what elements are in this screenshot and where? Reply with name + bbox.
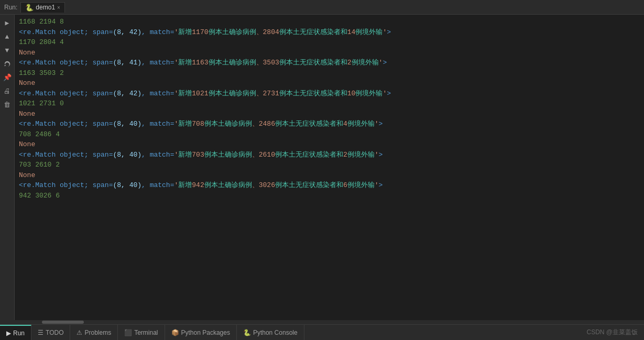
run-label: Run: [4,4,17,11]
csdn-watermark: CSDN @韭菜盖饭 [586,328,644,337]
run-bar: Run: 🐍 demo1 × [0,0,644,15]
print-button[interactable]: 🖨 [2,86,13,96]
output-line: <re.Match object; span=(8, 42), match='新… [15,27,644,38]
output-line: None [15,170,644,181]
output-line: 1163 3503 2 [15,68,644,79]
scroll-down-button[interactable]: ▼ [2,45,13,56]
output-line: <re.Match object; span=(8, 41), match='新… [15,58,644,68]
tab-terminal[interactable]: ⬛Terminal [118,325,165,340]
terminal-tab-label: Terminal [134,329,158,336]
run-tab-icon: ▶ [6,330,11,337]
problems-tab-label: Problems [84,329,111,336]
tab-run[interactable]: ▶Run [0,325,31,340]
python-packages-tab-icon: 📦 [171,329,179,336]
close-tab-button[interactable]: × [57,5,60,10]
run-tab-label: Run [13,330,25,337]
main-area: ▶ ▲ ▼ 📌 🖨 🗑 1168 2194 8<re.Match object;… [0,15,644,320]
rerun-icon [4,60,11,68]
output-line: <re.Match object; span=(8, 40), match='新… [15,119,644,129]
python-packages-tab-label: Python Packages [181,329,230,336]
delete-button[interactable]: 🗑 [2,100,13,110]
left-toolbar: ▶ ▲ ▼ 📌 🖨 🗑 [0,15,15,320]
scroll-thumb[interactable] [42,321,84,324]
run-tab[interactable]: 🐍 demo1 × [20,2,65,13]
tab-todo[interactable]: ☰TODO [31,325,70,340]
rerun-button[interactable] [2,59,13,69]
python-console-tab-label: Python Console [253,329,298,336]
python-console-tab-icon: 🐍 [243,329,251,336]
output-line: 708 2486 4 [15,129,644,140]
snake-icon: 🐍 [25,4,34,12]
output-line: <re.Match object; span=(8, 40), match='新… [15,150,644,160]
bottom-tabs: ▶Run☰TODO⚠Problems⬛Terminal📦Python Packa… [0,325,304,340]
play-button[interactable]: ▶ [2,18,13,28]
todo-tab-label: TODO [46,329,63,336]
output-line: None [15,78,644,89]
output-line: 1021 2731 0 [15,98,644,109]
terminal-tab-icon: ⬛ [124,329,132,336]
tab-python-console[interactable]: 🐍Python Console [237,325,304,340]
output-line: <re.Match object; span=(8, 42), match='新… [15,89,644,99]
problems-tab-icon: ⚠ [77,329,82,336]
todo-tab-icon: ☰ [38,329,43,336]
scroll-up-button[interactable]: ▲ [2,31,13,42]
run-tab-name: demo1 [36,4,55,11]
output-line: 1168 2194 8 [15,17,644,27]
output-area[interactable]: 1168 2194 8<re.Match object; span=(8, 42… [15,15,644,320]
output-line: 1170 2804 4 [15,37,644,48]
scroll-indicator[interactable] [0,320,644,324]
bottom-bar: ▶Run☰TODO⚠Problems⬛Terminal📦Python Packa… [0,324,644,340]
output-line: None [15,48,644,58]
output-line: None [15,109,644,119]
output-line: 942 3026 6 [15,191,644,201]
tab-problems[interactable]: ⚠Problems [70,325,118,340]
output-line: None [15,139,644,150]
pin-button[interactable]: 📌 [2,72,13,83]
output-line: <re.Match object; span=(8, 40), match='新… [15,180,644,191]
output-line: 703 2610 2 [15,160,644,170]
tab-python-packages[interactable]: 📦Python Packages [165,325,237,340]
